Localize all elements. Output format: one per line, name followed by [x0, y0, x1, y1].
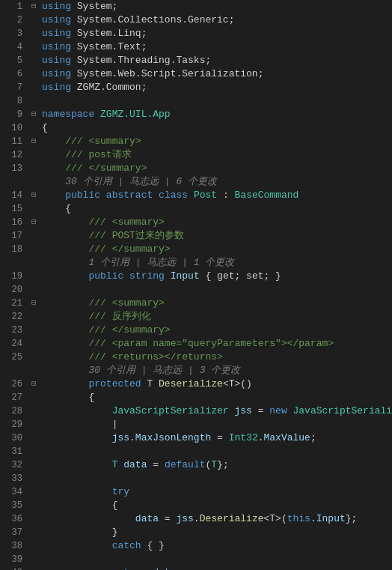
kw-token: new — [269, 405, 287, 416]
line-content: using System.Collections.Generic; — [42, 13, 392, 27]
line-number: 6 — [0, 67, 22, 81]
fold-icon — [31, 121, 42, 135]
type-token: JavaScriptSerializer — [112, 405, 229, 416]
line-number: 3 — [0, 27, 22, 40]
line-content: /// </summary> — [42, 162, 392, 175]
text-token: = — [211, 432, 228, 443]
line-number: 25 — [0, 351, 22, 364]
fold-icon — [31, 472, 42, 485]
kw-token: namespace — [42, 109, 94, 120]
line-content: | — [42, 418, 392, 431]
line-content: /// <summary> — [42, 216, 392, 229]
fold-icon — [31, 499, 42, 512]
line-content: using System; — [42, 0, 392, 13]
prop-token: Input — [171, 270, 200, 282]
fold-icon — [31, 94, 42, 108]
code-line: ⊟ /// <summary> — [31, 297, 392, 310]
line-number: 10 — [0, 121, 22, 135]
line-content: using System.Text; — [42, 40, 392, 54]
kw-token: using — [42, 28, 71, 39]
line-number: 1 — [0, 0, 22, 13]
fold-icon — [31, 364, 42, 378]
text-token: { — [65, 203, 71, 214]
comment-token: /// <summary> — [65, 136, 141, 147]
line-number: 32 — [0, 458, 22, 472]
line-number: 38 — [0, 539, 22, 553]
fold-icon — [31, 404, 42, 418]
line-number: 36 — [0, 512, 22, 526]
code-line: /// </summary> — [31, 162, 392, 175]
code-line: { — [31, 202, 392, 216]
fold-icon — [31, 148, 42, 162]
kw-token: catch — [112, 540, 141, 551]
line-number: 20 — [0, 283, 22, 297]
line-content: return data; — [42, 566, 392, 570]
text-token: { } — [141, 540, 165, 551]
text-token: <T>( — [264, 513, 287, 524]
line-content: JavaScriptSerializer jss = new JavaScrip… — [42, 404, 392, 418]
fold-icon — [31, 27, 42, 40]
fold-icon[interactable]: ⊟ — [31, 216, 42, 229]
line-number: 9 — [0, 108, 22, 121]
code-line — [31, 472, 392, 485]
fold-icon — [31, 458, 42, 472]
code-line: /// <returns></returns> — [31, 351, 392, 364]
fold-icon[interactable]: ⊟ — [31, 378, 42, 391]
code-line: using System.Threading.Tasks; — [31, 54, 392, 67]
code-line: return data; — [31, 566, 392, 570]
text-token — [123, 270, 129, 282]
line-content — [42, 445, 392, 458]
line-content: T data = default(T}; — [42, 458, 392, 472]
code-content[interactable]: ⊟using System;using System.Collections.G… — [27, 0, 392, 570]
text-token — [100, 190, 106, 201]
line-number: 21 — [0, 297, 22, 310]
comment-token: /// </summary> — [88, 243, 170, 255]
code-line: | — [31, 418, 392, 431]
line-content: { — [42, 202, 392, 216]
fold-icon — [31, 175, 42, 189]
comment-token: /// <returns></returns> — [88, 351, 222, 363]
code-line — [31, 94, 392, 108]
fold-icon — [31, 391, 42, 404]
comment-token: /// <summary> — [88, 216, 164, 228]
fold-icon — [31, 553, 42, 566]
line-number: 24 — [0, 337, 22, 351]
line-number: 39 — [0, 553, 22, 566]
kw-token: public — [88, 270, 123, 282]
text-token — [153, 190, 159, 201]
line-number: 7 — [0, 81, 22, 94]
line-number: 27 — [0, 391, 22, 404]
line-numbers: 1234567891011121314151617181920212223242… — [0, 0, 27, 570]
kw-token: protected — [88, 378, 141, 389]
fold-icon — [31, 54, 42, 67]
text-token — [188, 190, 194, 201]
fold-icon — [31, 512, 42, 526]
line-content: /// post请求 — [42, 148, 392, 162]
line-content: jss.MaxJsonLength = Int32.MaxValue; — [42, 431, 392, 445]
line-content: /// <param name="queryParameters"></para… — [42, 337, 392, 351]
kw-token: abstract — [106, 190, 153, 201]
fold-icon[interactable]: ⊟ — [31, 108, 42, 121]
fold-icon[interactable]: ⊟ — [31, 135, 42, 148]
ref-info-token: 30 个引用 | 马志远 | 3 个更改 — [88, 365, 240, 376]
comment-token: /// </summary> — [65, 163, 147, 174]
text-token: }; — [346, 513, 358, 524]
text-token — [165, 270, 171, 282]
code-line: ⊟ public abstract class Post : BaseComma… — [31, 189, 392, 202]
text-token: System.Collections.Generic; — [71, 14, 234, 25]
prop-token: Input — [316, 513, 346, 524]
fold-icon — [31, 445, 42, 458]
fold-icon[interactable]: ⊟ — [31, 0, 42, 13]
line-content: /// 反序列化 — [42, 310, 392, 324]
fold-icon[interactable]: ⊟ — [31, 297, 42, 310]
fold-icon — [31, 283, 42, 297]
line-number — [0, 256, 22, 270]
text-token: = — [159, 513, 176, 524]
fold-icon — [31, 13, 42, 27]
text-token: . — [194, 513, 200, 524]
line-number — [0, 364, 22, 378]
line-content — [42, 553, 392, 566]
code-line: ⊟namespace ZGMZ.UIL.App — [31, 108, 392, 121]
fold-icon[interactable]: ⊟ — [31, 189, 42, 202]
line-number: 15 — [0, 202, 22, 216]
